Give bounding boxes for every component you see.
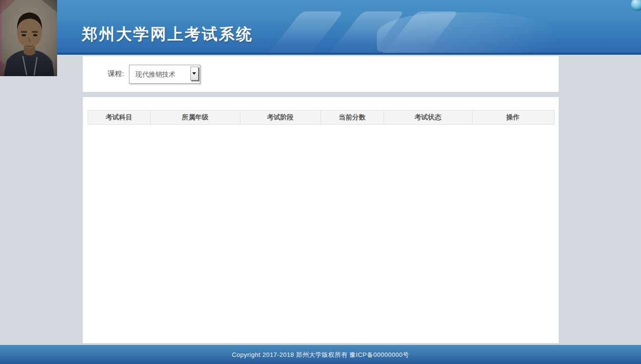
copyright-text: Copyright 2017-2018 郑州大学版权所有 豫ICP备000000…: [0, 345, 641, 364]
exam-list-panel: 考试科目 所属年级 考试阶段 当前分数 考试状态 操作: [83, 97, 559, 343]
course-select[interactable]: 现代推销技术: [129, 65, 200, 84]
column-header-status: 考试状态: [384, 110, 472, 125]
main-area: 课程: 现代推销技术 考试科目 所属年级 考试阶段 当前分数 考试状态 操作: [0, 56, 641, 344]
sphere-decoration-icon: [631, 0, 641, 11]
column-header-grade: 所属年级: [150, 110, 240, 125]
column-header-stage: 考试阶段: [240, 110, 321, 125]
caret-down-icon: [192, 72, 196, 75]
course-select-value: 现代推销技术: [136, 65, 176, 83]
column-header-score: 当前分数: [321, 110, 384, 125]
app-header: 郑州大学网上考试系统: [0, 0, 641, 55]
column-header-action: 操作: [472, 110, 554, 125]
page-title: 郑州大学网上考试系统: [82, 24, 253, 45]
webcam-preview: [0, 0, 57, 76]
course-filter-panel: 课程: 现代推销技术: [83, 56, 559, 92]
exam-table-header-row: 考试科目 所属年级 考试阶段 当前分数 考试状态 操作: [88, 110, 554, 125]
exam-table: 考试科目 所属年级 考试阶段 当前分数 考试状态 操作: [88, 110, 554, 125]
webcam-photo-icon: [0, 0, 57, 76]
page-footer: Copyright 2017-2018 郑州大学版权所有 豫ICP备000000…: [0, 344, 641, 364]
course-label: 课程:: [108, 69, 124, 79]
dropdown-arrow-button[interactable]: [190, 67, 198, 80]
header-leaf-decoration: [377, 12, 561, 55]
column-header-subject: 考试科目: [88, 110, 150, 125]
header-stripe-decoration: [269, 11, 344, 53]
